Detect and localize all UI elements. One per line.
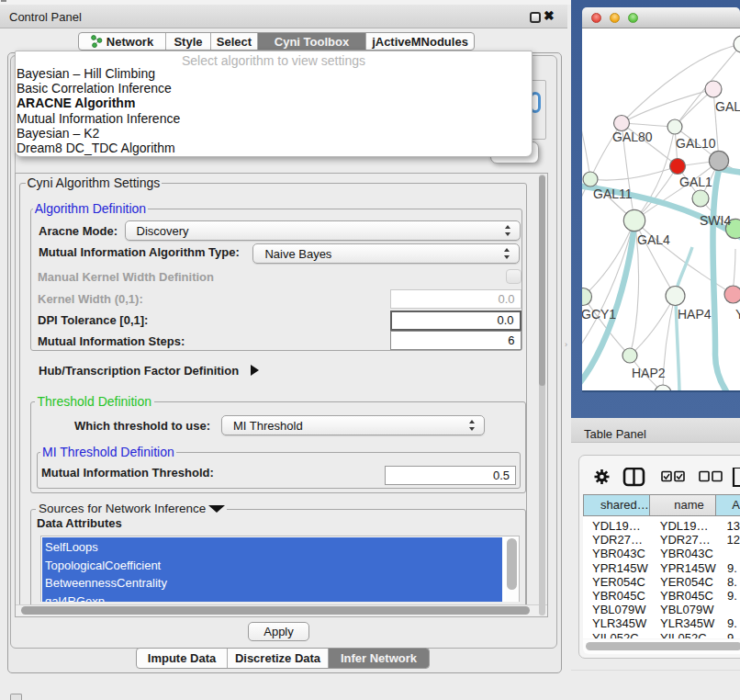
svg-text:GAL4: GAL4 (637, 232, 670, 247)
svg-text:SWI4: SWI4 (700, 213, 731, 228)
svg-text:GAL1: GAL1 (679, 175, 712, 189)
svg-text:HAP2: HAP2 (632, 366, 666, 380)
svg-text:Y: Y (735, 307, 740, 322)
svg-text:HAP4: HAP4 (678, 307, 712, 322)
svg-text:GAL11: GAL11 (593, 186, 633, 201)
svg-text:GAL10: GAL10 (676, 136, 716, 151)
svg-text:GAL80: GAL80 (612, 130, 653, 144)
svg-text:GCY1: GCY1 (582, 307, 616, 322)
svg-text:GAL7: GAL7 (715, 99, 740, 114)
